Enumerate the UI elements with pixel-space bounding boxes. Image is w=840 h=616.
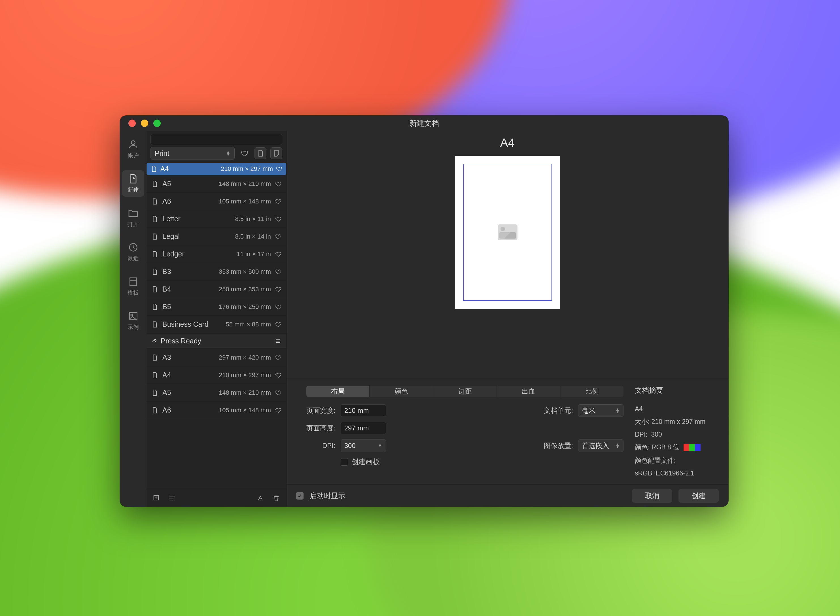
rail-item-label: 打开: [128, 220, 139, 228]
preset-dims: 210 mm × 297 mm: [219, 371, 271, 379]
rail-item-label: 模板: [128, 289, 139, 297]
tab-label: 比例: [585, 387, 599, 396]
heart-icon[interactable]: [275, 198, 282, 205]
preset-group-header[interactable]: Press Ready: [147, 333, 286, 349]
heart-icon[interactable]: [275, 180, 282, 187]
preset-name: Ledger: [162, 250, 185, 258]
link-icon: [151, 338, 158, 345]
preset-row[interactable]: A6105 mm × 148 mm: [147, 193, 286, 210]
dialog-footer: ✓ 启动时显示 取消 创建: [286, 484, 728, 507]
dpi-label: DPI:: [306, 442, 336, 450]
rail-item-template[interactable]: 模板: [122, 273, 144, 299]
svg-point-7: [131, 314, 133, 316]
rail-item-recent[interactable]: 最近: [122, 239, 144, 265]
right-panel: A4 布局颜色边距出血比例 页面宽度: 210 mm 文档单元: 毫米▲▼ 页面…: [286, 131, 728, 507]
delete-preset-button[interactable]: [270, 492, 282, 504]
document-icon: [151, 353, 159, 362]
summary-profile: sRGB IEC61966-2.1: [635, 469, 720, 477]
preset-dims: 55 mm × 88 mm: [226, 321, 271, 328]
heart-icon[interactable]: [275, 321, 282, 328]
orientation-landscape-button[interactable]: [270, 147, 282, 159]
rail-item-sample[interactable]: 示例: [122, 307, 144, 334]
heart-icon[interactable]: [275, 389, 282, 396]
heart-icon[interactable]: [275, 286, 282, 293]
recent-icon: [128, 242, 139, 253]
preset-row[interactable]: Legal8.5 in × 14 in: [147, 228, 286, 245]
document-icon: [151, 406, 159, 415]
page-height-input[interactable]: 297 mm: [341, 422, 386, 434]
preset-row[interactable]: A5148 mm × 210 mm: [147, 175, 286, 193]
new-icon: [128, 173, 139, 185]
category-select[interactable]: Print ▲▼: [150, 147, 235, 160]
rail-item-label: 新建: [128, 186, 139, 194]
rail-item-open[interactable]: 打开: [122, 205, 144, 231]
preset-name: B3: [162, 267, 171, 276]
category-select-label: Print: [155, 149, 169, 157]
preset-row[interactable]: A6105 mm × 148 mm: [147, 402, 286, 419]
rail-item-new[interactable]: 新建: [122, 170, 144, 197]
create-artboard-checkbox[interactable]: [341, 458, 348, 465]
preset-search-input[interactable]: [150, 134, 282, 145]
preview-area: A4: [286, 131, 728, 378]
preset-row[interactable]: B3353 mm × 500 mm: [147, 263, 286, 280]
rail-item-account[interactable]: 帐户: [122, 136, 144, 162]
tab-4[interactable]: 比例: [561, 386, 624, 397]
preset-name: A3: [162, 353, 171, 362]
preset-row[interactable]: A5148 mm × 210 mm: [147, 384, 286, 402]
tab-1[interactable]: 颜色: [370, 386, 433, 397]
show-on-startup-checkbox[interactable]: ✓: [296, 492, 304, 500]
preset-row[interactable]: A4210 mm × 297 mm: [147, 163, 286, 175]
heart-icon[interactable]: [275, 268, 282, 275]
preset-row[interactable]: A4210 mm × 297 mm: [147, 367, 286, 384]
tab-3[interactable]: 出血: [497, 386, 560, 397]
heart-icon[interactable]: [275, 304, 282, 310]
preset-dims: 297 mm × 420 mm: [219, 354, 271, 361]
page-width-input[interactable]: 210 mm: [341, 404, 386, 417]
preset-row[interactable]: B5176 mm × 250 mm: [147, 298, 286, 316]
preset-dims: 250 mm × 353 mm: [219, 286, 271, 293]
heart-icon[interactable]: [275, 216, 282, 223]
preset-name: B5: [162, 303, 171, 311]
rail-item-label: 最近: [128, 255, 139, 263]
tab-2[interactable]: 边距: [433, 386, 496, 397]
page-preview: [455, 156, 560, 309]
document-unit-select[interactable]: 毫米▲▼: [578, 404, 624, 417]
heart-icon[interactable]: [275, 372, 282, 378]
preset-dims: 105 mm × 148 mm: [219, 198, 271, 205]
preset-row[interactable]: Ledger11 in × 17 in: [147, 245, 286, 263]
account-icon: [128, 139, 139, 150]
preset-dims: 105 mm × 148 mm: [219, 406, 271, 414]
document-icon: [151, 249, 159, 259]
preset-dims: 148 mm × 210 mm: [219, 180, 271, 188]
sidebar-rail: 帐户新建打开最近模板示例: [120, 131, 147, 507]
add-category-button[interactable]: [166, 492, 178, 504]
height-label: 页面高度:: [306, 424, 336, 433]
preset-name: B4: [162, 285, 171, 293]
favorite-category-button[interactable]: [239, 147, 251, 159]
heart-icon[interactable]: [275, 233, 282, 240]
tab-0[interactable]: 布局: [306, 386, 369, 397]
heart-icon[interactable]: [275, 251, 282, 258]
image-placement-select[interactable]: 首选嵌入▲▼: [578, 440, 624, 452]
preset-row[interactable]: A3297 mm × 420 mm: [147, 349, 286, 367]
dpi-select[interactable]: 300▼: [341, 440, 386, 452]
preset-dims: 8.5 in × 11 in: [235, 216, 271, 223]
create-button[interactable]: 创建: [678, 489, 719, 503]
cancel-button[interactable]: 取消: [632, 489, 672, 503]
document-icon: [151, 285, 159, 294]
preset-row[interactable]: B4250 mm × 353 mm: [147, 280, 286, 298]
document-icon: [151, 232, 159, 241]
heart-icon[interactable]: [275, 354, 282, 361]
sample-icon: [128, 310, 139, 321]
preset-list[interactable]: A4210 mm × 297 mmA5148 mm × 210 mmA6105 …: [147, 163, 286, 489]
heart-icon[interactable]: [275, 407, 282, 414]
heart-icon[interactable]: [276, 166, 283, 172]
image-placeholder-icon: [498, 224, 517, 240]
add-preset-button[interactable]: [150, 492, 162, 504]
sort-presets-button[interactable]: [255, 492, 267, 504]
hamburger-icon[interactable]: [275, 338, 282, 345]
orientation-portrait-button[interactable]: [254, 147, 266, 159]
preset-row[interactable]: Business Card55 mm × 88 mm: [147, 316, 286, 333]
preset-row[interactable]: Letter8.5 in × 11 in: [147, 210, 286, 228]
preset-dims: 210 mm × 297 mm: [221, 165, 273, 173]
